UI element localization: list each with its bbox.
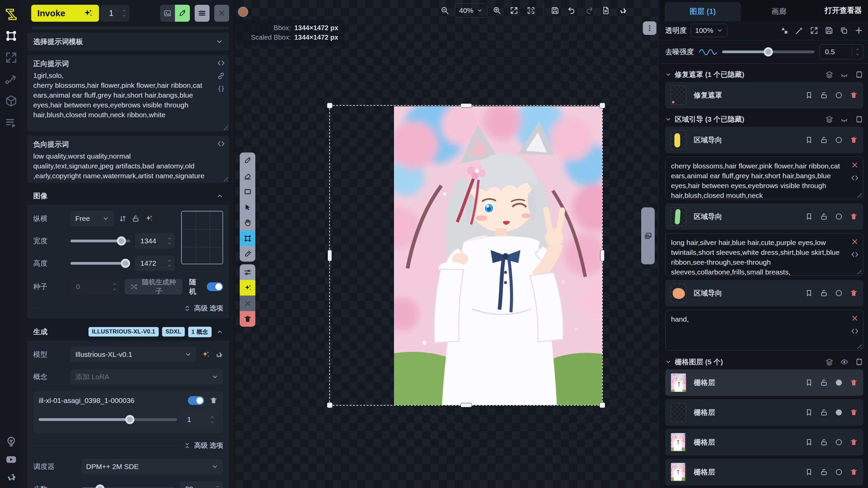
layer-row-raster-1[interactable]: 栅格层 <box>665 369 863 396</box>
width-stepper[interactable]: 1344 <box>135 233 175 249</box>
invoke-region-tool[interactable] <box>240 280 255 296</box>
image-advanced-options[interactable]: 高级 选项 <box>33 304 223 313</box>
visibility-circle-icon[interactable] <box>835 438 843 446</box>
invoke-button[interactable]: Invoke <box>31 5 99 22</box>
bbox-handle-w[interactable] <box>328 250 332 261</box>
randomize-seed-button[interactable]: 随机生成种子 <box>125 279 182 294</box>
visibility-circle-icon[interactable] <box>835 468 843 476</box>
eyedropper-tool[interactable] <box>240 246 255 262</box>
pan-tool[interactable] <box>240 215 255 230</box>
eye-off-icon[interactable] <box>840 70 848 79</box>
undo-button[interactable] <box>565 3 579 18</box>
tab-models[interactable] <box>4 94 18 108</box>
lock-icon[interactable] <box>820 468 828 476</box>
chevron-up-icon[interactable] <box>216 192 223 199</box>
scheduler-select[interactable]: DPM++ 2M SDE <box>81 459 223 474</box>
negative-prompt-box[interactable]: 负向提示词 low quality,worst quality,normal q… <box>27 136 229 183</box>
merge-layers-icon[interactable] <box>825 358 833 366</box>
layer-row-inpaint[interactable]: 修复遮罩 <box>665 82 863 108</box>
generation-advanced-options[interactable]: 高级 选项 <box>33 441 223 450</box>
bookmark-icon[interactable] <box>805 91 813 99</box>
lock-icon[interactable] <box>820 438 828 446</box>
bbox-tool[interactable] <box>240 230 255 246</box>
remove-prompt-icon[interactable] <box>851 161 859 169</box>
cancel-queue-button[interactable] <box>214 5 229 22</box>
prompt-template-selector[interactable]: 选择提示词模板 <box>27 33 229 51</box>
width-slider[interactable] <box>71 240 130 242</box>
bbox-handle-s[interactable] <box>461 403 472 407</box>
lock-icon[interactable] <box>820 136 828 144</box>
zoom-in-button[interactable] <box>490 3 504 18</box>
lora-enabled-toggle[interactable] <box>188 396 204 405</box>
merge-layers-icon[interactable] <box>825 70 833 79</box>
swap-dimensions-icon[interactable] <box>119 215 127 223</box>
model-sparkle-icon[interactable] <box>201 350 210 359</box>
filter-tool[interactable] <box>240 264 255 280</box>
lock-aspect-icon[interactable] <box>132 215 140 223</box>
bookmark-icon[interactable] <box>805 408 813 416</box>
seed-stepper[interactable] <box>71 279 120 294</box>
canvas-menu-button[interactable] <box>643 21 656 35</box>
bookmark-icon[interactable] <box>805 438 813 446</box>
layer-row-region-3[interactable]: 区域导向 <box>665 280 863 306</box>
code-embed-icon[interactable] <box>217 59 225 67</box>
denoise-slider[interactable] <box>722 50 814 53</box>
save-layer-icon[interactable] <box>825 26 833 35</box>
positive-prompt-input[interactable]: 1girl,solo, cherry blossoms,hair flower,… <box>33 70 223 120</box>
layer-row-raster-3[interactable]: 栅格层 <box>665 429 863 455</box>
tab-workflows[interactable] <box>4 73 18 86</box>
bookmark-icon[interactable] <box>805 379 813 387</box>
bbox-handle-se[interactable] <box>600 403 605 408</box>
seed-input[interactable] <box>76 283 109 291</box>
code-embed-icon[interactable] <box>217 140 225 148</box>
remove-prompt-icon[interactable] <box>851 238 859 246</box>
resize-handle[interactable] <box>855 343 862 349</box>
negative-prompt-input[interactable]: low quality,worst quality,normal quality… <box>33 151 223 181</box>
canvas-area[interactable]: Bbox:1344×1472 px Scaled Bbox:1344×1472 … <box>235 0 659 488</box>
youtube-icon[interactable] <box>5 453 17 466</box>
cancel-tool[interactable] <box>240 296 255 311</box>
region-prompt-3[interactable]: hand, <box>665 310 863 350</box>
height-stepper[interactable]: 1472 <box>135 256 175 271</box>
eye-off-icon[interactable] <box>840 115 848 123</box>
region-prompt-2[interactable]: long hair,silver hair,blue hair,cute,pur… <box>665 233 863 276</box>
bbox-handle-nw[interactable] <box>327 103 332 108</box>
chevron-down-icon[interactable] <box>121 14 127 18</box>
bbox-handle-e[interactable] <box>600 250 604 261</box>
aspect-select[interactable]: Free <box>71 211 114 226</box>
resize-handle[interactable] <box>855 268 862 274</box>
visibility-circle-icon[interactable] <box>835 379 843 387</box>
delete-tool[interactable] <box>240 311 255 327</box>
send-to-gallery-button[interactable] <box>160 5 175 22</box>
model-settings-icon[interactable] <box>215 350 223 359</box>
model-select[interactable]: Illustrious-XL-v0.1 <box>71 347 196 362</box>
visibility-circle-icon[interactable] <box>835 212 843 221</box>
denoise-stepper[interactable]: 0.5 <box>819 44 863 59</box>
link-prompts-icon[interactable] <box>217 72 225 80</box>
resize-handle[interactable] <box>855 191 862 198</box>
zoom-level-select[interactable]: 40% <box>455 3 487 18</box>
film-icon[interactable] <box>855 358 863 366</box>
lock-icon[interactable] <box>820 379 828 387</box>
tab-queue[interactable] <box>4 116 18 129</box>
visibility-circle-icon[interactable] <box>835 91 843 99</box>
tab-layers[interactable]: 图层 (1) <box>665 2 741 21</box>
duplicate-layer-icon[interactable] <box>840 26 848 35</box>
transform-icon[interactable] <box>810 26 818 35</box>
random-seed-toggle[interactable] <box>207 282 223 291</box>
merge-layers-icon[interactable] <box>825 115 833 123</box>
image-settings-header[interactable]: 图像 <box>27 187 229 205</box>
steps-stepper[interactable]: 20 <box>180 481 223 488</box>
delete-layer-icon[interactable] <box>850 212 858 221</box>
bbox-handle-n[interactable] <box>461 104 472 107</box>
fit-bbox-button[interactable] <box>524 3 538 18</box>
braces-icon[interactable] <box>217 85 225 93</box>
whats-new-icon[interactable] <box>5 436 17 448</box>
lora-delete-icon[interactable] <box>210 396 218 405</box>
redo-button[interactable] <box>582 3 596 18</box>
merge-shapes-icon[interactable] <box>780 26 789 35</box>
lock-icon[interactable] <box>820 212 828 221</box>
generation-bbox[interactable] <box>329 105 603 406</box>
visibility-circle-icon[interactable] <box>835 408 843 416</box>
opacity-select[interactable]: 100% <box>691 24 727 37</box>
